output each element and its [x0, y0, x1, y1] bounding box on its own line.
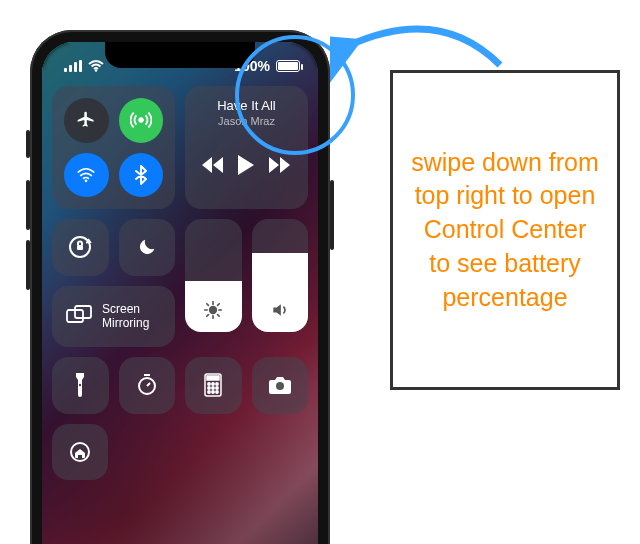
svg-point-14: [210, 307, 217, 314]
svg-marker-11: [280, 157, 290, 173]
svg-rect-30: [207, 376, 219, 380]
side-button-silence: [26, 130, 30, 158]
svg-point-40: [276, 382, 284, 390]
camera-icon: [268, 375, 292, 395]
wifi-icon: [76, 165, 96, 185]
cellular-icon: [130, 109, 152, 131]
volume-icon: [270, 300, 290, 320]
svg-rect-2: [74, 62, 77, 72]
airplane-icon: [76, 110, 96, 130]
svg-point-4: [95, 69, 97, 71]
orientation-lock-button[interactable]: [52, 219, 109, 276]
camera-button[interactable]: [252, 357, 309, 414]
svg-marker-8: [213, 157, 223, 173]
svg-point-34: [208, 387, 210, 389]
home-row: [52, 424, 308, 480]
volume-slider[interactable]: [252, 219, 309, 332]
timer-button[interactable]: [119, 357, 176, 414]
svg-point-39: [216, 391, 218, 393]
bluetooth-icon: [134, 165, 148, 185]
svg-line-21: [207, 315, 209, 317]
play-icon[interactable]: [237, 155, 255, 175]
flashlight-icon: [73, 373, 87, 397]
calculator-icon: [204, 373, 222, 397]
wifi-status-icon: [88, 60, 104, 72]
svg-rect-3: [79, 60, 82, 72]
svg-line-27: [147, 383, 150, 386]
svg-marker-7: [202, 157, 212, 173]
orientation-lock-icon: [67, 234, 93, 260]
svg-point-5: [139, 118, 143, 122]
screen-mirroring-icon: [66, 305, 92, 327]
cellular-signal-icon: [64, 60, 82, 72]
brightness-slider[interactable]: [185, 219, 242, 332]
annotation-arrow: [330, 10, 510, 90]
instruction-text: swipe down from top right to open Contro…: [411, 146, 599, 315]
svg-point-36: [216, 387, 218, 389]
svg-point-33: [216, 383, 218, 385]
svg-line-22: [218, 304, 220, 306]
svg-point-32: [212, 383, 214, 385]
home-icon: [68, 440, 92, 464]
home-button[interactable]: [52, 424, 108, 480]
side-button-vol-down: [26, 240, 30, 290]
cellular-data-button[interactable]: [119, 98, 164, 143]
screen-mirroring-button[interactable]: Screen Mirroring: [52, 286, 175, 348]
annotation-circle: [235, 35, 355, 155]
connectivity-group[interactable]: [52, 86, 175, 209]
timer-icon: [135, 373, 159, 397]
next-track-icon[interactable]: [269, 157, 291, 173]
svg-point-38: [212, 391, 214, 393]
volume-fill: [252, 253, 309, 332]
svg-line-20: [218, 315, 220, 317]
screen-mirroring-label: Screen Mirroring: [102, 302, 149, 331]
moon-icon: [136, 236, 158, 258]
svg-marker-9: [238, 155, 254, 175]
svg-point-25: [79, 384, 81, 386]
svg-point-31: [208, 383, 210, 385]
side-button-vol-up: [26, 180, 30, 230]
brightness-icon: [203, 300, 223, 320]
svg-point-6: [85, 179, 88, 182]
svg-point-35: [212, 387, 214, 389]
instruction-box: swipe down from top right to open Contro…: [390, 70, 620, 390]
svg-marker-10: [269, 157, 279, 173]
svg-rect-0: [64, 68, 67, 72]
airplane-mode-button[interactable]: [64, 98, 109, 143]
do-not-disturb-button[interactable]: [119, 219, 176, 276]
svg-point-37: [208, 391, 210, 393]
svg-line-19: [207, 304, 209, 306]
side-button-power: [330, 180, 334, 250]
wifi-button[interactable]: [64, 153, 109, 198]
svg-rect-13: [77, 245, 83, 250]
status-left: [64, 60, 104, 72]
bluetooth-button[interactable]: [119, 153, 164, 198]
calculator-button[interactable]: [185, 357, 242, 414]
notch: [105, 42, 255, 68]
prev-track-icon[interactable]: [202, 157, 224, 173]
flashlight-button[interactable]: [52, 357, 109, 414]
svg-rect-1: [69, 65, 72, 72]
